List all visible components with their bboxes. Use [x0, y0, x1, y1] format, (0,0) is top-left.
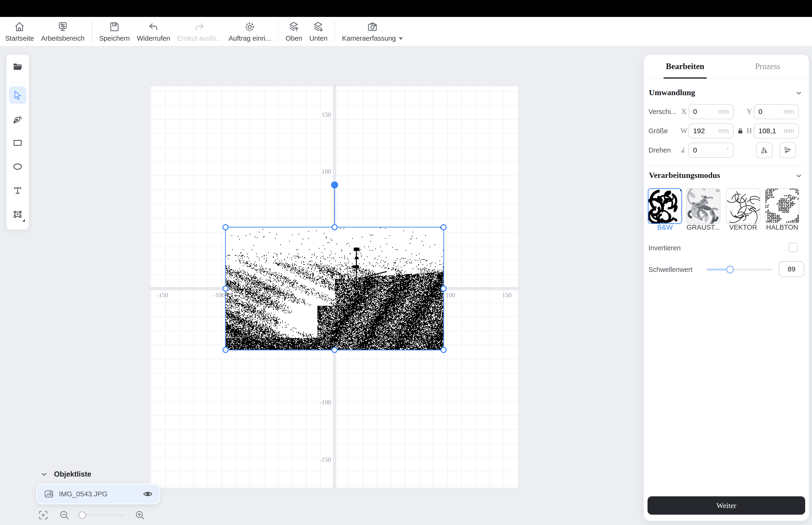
canvas-zoom-slider-handle[interactable] — [78, 511, 86, 519]
aspect-lock-button[interactable] — [736, 123, 745, 138]
collapse-chevron-icon[interactable] — [795, 172, 803, 180]
weiter-button[interactable]: Weiter — [647, 496, 805, 515]
collapse-chevron-icon[interactable] — [795, 89, 803, 97]
mode-label-graustufen[interactable]: GRAUST... — [682, 224, 724, 231]
panel-tabs: Bearbeiten Prozess — [644, 55, 809, 79]
x-value: 0 — [693, 108, 697, 116]
threshold-value-field[interactable]: 89 — [779, 261, 804, 277]
mode-option-bw[interactable] — [648, 188, 682, 224]
toolbar-erneut-ausfuehren-button[interactable]: Erneut ausfü... — [177, 21, 221, 42]
invert-checkbox[interactable] — [788, 243, 798, 252]
y-value: 0 — [759, 108, 763, 116]
width-field[interactable]: 192 mm — [688, 123, 734, 138]
w-letter: W — [679, 123, 688, 138]
flip-vertical-button[interactable] — [780, 142, 796, 158]
zoom-out-icon[interactable] — [59, 510, 70, 521]
canvas-workarea[interactable]: 150 100 -100 -150 -150 -100 100 150 — [150, 86, 519, 488]
h-value: 108,1 — [759, 127, 776, 135]
resize-handle-middle-right[interactable] — [441, 286, 447, 291]
mode-option-vektor[interactable] — [726, 188, 760, 224]
tab-bearbeiten[interactable]: Bearbeiten — [644, 55, 726, 78]
toolbar-speichern-button[interactable]: Speichern — [99, 21, 130, 42]
toolbar-widerrufen-button[interactable]: Widerrufen — [137, 21, 170, 42]
folder-icon — [12, 61, 23, 72]
toolbar-label: Startseite — [5, 34, 34, 42]
x-letter: X — [679, 104, 688, 119]
object-filename: IMG_0543.JPG — [59, 490, 138, 498]
mode-label-bw[interactable]: B&W — [644, 224, 686, 231]
height-field[interactable]: 108,1 mm — [754, 123, 799, 138]
tab-prozess[interactable]: Prozess — [726, 55, 809, 78]
ellipse-icon — [12, 161, 23, 172]
tool-pen[interactable] — [9, 110, 26, 127]
selected-image[interactable] — [225, 227, 444, 350]
resize-handle-top-left[interactable] — [223, 224, 229, 230]
mode-label-vektor[interactable]: VEKTOR — [722, 224, 764, 231]
toolbar-label: Speichern — [99, 34, 130, 42]
rotation-handle[interactable] — [331, 181, 338, 189]
threshold-slider[interactable] — [707, 269, 772, 270]
section-title-umwandlung: Umwandlung — [649, 88, 695, 97]
zoom-in-icon[interactable] — [134, 510, 146, 521]
tool-capture-frame[interactable] — [9, 206, 26, 223]
ruler-label-y: -100 — [301, 399, 331, 406]
threshold-slider-handle[interactable] — [726, 266, 734, 273]
image-icon — [44, 489, 54, 499]
rotation-stem — [334, 188, 335, 227]
toolbar-arbeitsbereich-button[interactable]: Arbeitsbereich — [41, 21, 85, 42]
mode-option-graustufen[interactable] — [686, 188, 720, 224]
tool-rectangle[interactable] — [9, 134, 26, 151]
flip-vertical-icon — [783, 146, 792, 155]
toolbar-oben-button[interactable]: Oben — [286, 21, 302, 42]
rectangle-icon — [12, 137, 23, 148]
mode-option-halbton[interactable] — [765, 188, 799, 224]
resize-handle-bottom-left[interactable] — [223, 347, 229, 353]
resize-handle-top-right[interactable] — [441, 224, 447, 230]
object-list-header[interactable]: Objektliste — [40, 470, 91, 479]
size-row: Größe W 192 mm H 108,1 mm — [648, 123, 804, 138]
toolbar-auftrag-einrichten-button[interactable]: Auftrag einri... — [229, 21, 271, 42]
capture-frame-icon — [12, 209, 23, 220]
toolbar-startseite-button[interactable]: Startseite — [5, 21, 34, 42]
invert-row: Invertieren — [648, 243, 804, 253]
lock-icon — [736, 127, 744, 135]
flip-horizontal-button[interactable] — [756, 142, 772, 158]
toolbar-kameraerfassung-button[interactable]: Kameraerfassung — [342, 21, 403, 42]
more-options-triangle-icon — [22, 219, 25, 222]
section-title-verarbeitungsmodus: Verarbeitungsmodus — [649, 171, 720, 180]
toolbar-label: Oben — [286, 34, 302, 42]
app-window: Startseite Arbeitsbereich Speichern Wide… — [0, 0, 812, 525]
rotation-field[interactable]: 0 ° — [688, 142, 734, 158]
resize-handle-bottom-right[interactable] — [441, 347, 447, 353]
tool-select[interactable] — [9, 87, 26, 104]
fit-to-screen-icon[interactable] — [37, 510, 49, 521]
toolbar-separator — [278, 20, 278, 43]
toolbar-label: Arbeitsbereich — [41, 34, 85, 42]
x-position-field[interactable]: 0 mm — [688, 104, 734, 119]
w-value: 192 — [693, 127, 705, 135]
system-menubar — [0, 0, 812, 17]
toolbar-label: Kameraerfassung — [342, 34, 403, 42]
size-label: Größe — [648, 123, 668, 138]
y-position-field[interactable]: 0 mm — [754, 104, 799, 119]
tool-ellipse[interactable] — [9, 158, 26, 175]
rotate-label: Drehen — [648, 142, 671, 158]
ruler-label-y: -150 — [301, 456, 331, 463]
visibility-eye-icon[interactable] — [143, 489, 153, 499]
mode-label-halbton[interactable]: HALBTON — [761, 224, 803, 231]
tool-text[interactable] — [9, 182, 26, 199]
resize-handle-bottom-middle[interactable] — [332, 347, 338, 353]
angle-icon — [679, 142, 688, 158]
toolbar-unten-button[interactable]: Unten — [309, 21, 327, 42]
flip-horizontal-icon — [760, 146, 769, 155]
object-list-item[interactable]: IMG_0543.JPG — [36, 484, 160, 504]
tool-import-file[interactable] — [9, 58, 26, 75]
resize-handle-top-middle[interactable] — [332, 224, 338, 230]
resize-handle-middle-left[interactable] — [223, 286, 229, 291]
ruler-label-x: 150 — [493, 291, 521, 299]
active-tab-underline — [663, 77, 707, 79]
layers-down-icon — [312, 21, 324, 33]
canvas-zoom-slider[interactable] — [80, 514, 124, 516]
artwork-canvas — [226, 227, 443, 350]
redo-icon — [194, 21, 205, 33]
